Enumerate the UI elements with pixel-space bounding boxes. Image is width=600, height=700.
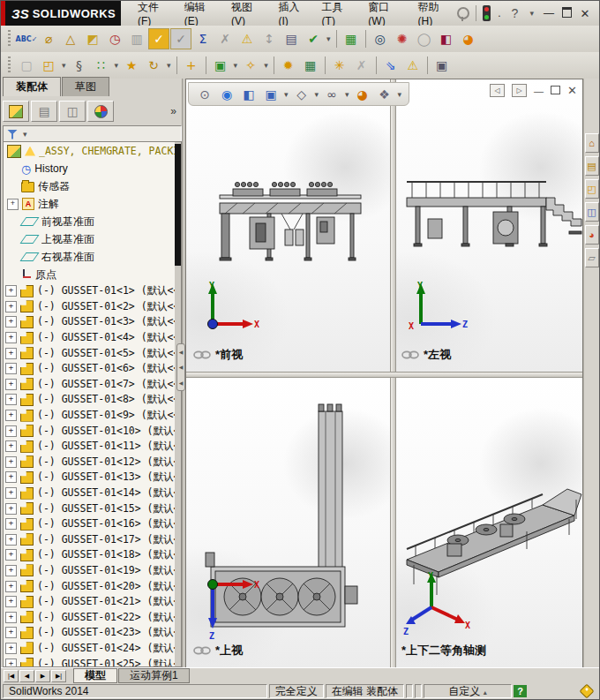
filter-dropdown-icon[interactable]: ▾	[23, 130, 27, 139]
costing-icon[interactable]: ◧	[436, 28, 457, 49]
measure-icon[interactable]: ⌀	[38, 28, 59, 49]
design-table-icon[interactable]: ▦	[341, 28, 362, 49]
tree-scrollbar-thumb[interactable]	[175, 144, 181, 266]
maximize-button[interactable]	[562, 7, 572, 20]
tree-component-row-25[interactable]: +(-) GUSSET-01<25> (默认<<默	[4, 656, 181, 667]
expander-icon[interactable]: +	[5, 456, 17, 468]
sheet-nav-button-1[interactable]: ◀	[19, 670, 34, 682]
expander-icon[interactable]: +	[5, 363, 17, 374]
tree-component-row-17[interactable]: +(-) GUSSET-01<17> (默认<<默	[4, 532, 181, 548]
dropdown-arrow-icon[interactable]: ▾	[115, 61, 119, 70]
expander-icon[interactable]: +	[5, 410, 17, 421]
solidworks-resources-icon[interactable]: ⌂	[585, 133, 599, 153]
smart-components-icon[interactable]: ✳	[329, 55, 350, 76]
viewport-isometric[interactable]: Y X Z *上下二等角轴测	[394, 376, 582, 667]
mate-icon[interactable]: §	[69, 55, 90, 76]
configuration-manager-tab[interactable]: ◫	[59, 101, 86, 122]
expander-icon[interactable]: +	[5, 549, 17, 561]
doc-restore-button[interactable]	[551, 85, 560, 97]
section-properties-icon[interactable]: ◩	[82, 28, 103, 49]
pin-icon[interactable]	[457, 7, 469, 19]
toolbar-grip[interactable]	[8, 56, 11, 74]
expander-icon[interactable]: +	[5, 379, 17, 390]
assembly-features-icon[interactable]: ▣	[210, 55, 231, 76]
dropdown-arrow-icon[interactable]: ▾	[167, 61, 171, 70]
dropdown-arrow-icon[interactable]: ▾	[315, 90, 319, 99]
file-explorer-icon[interactable]: ◰	[585, 179, 599, 199]
display-style-icon[interactable]: ◇	[291, 84, 312, 105]
sheet-nav-button-2[interactable]: ▶	[35, 670, 50, 682]
check-active-document-icon[interactable]: ✔	[303, 28, 324, 49]
tree-item-origin[interactable]: 原点	[4, 266, 181, 283]
dropdown-arrow-icon[interactable]: ▾	[62, 61, 66, 70]
tree-component-row-11[interactable]: +(-) GUSSET-01<11> (默认<<默	[4, 439, 181, 455]
sheet-nav-button-3[interactable]: ▶|	[51, 670, 66, 682]
dropdown-arrow-icon[interactable]: ▾	[398, 90, 402, 99]
design-library-icon[interactable]: ▤	[585, 156, 599, 176]
check-circle-icon[interactable]: ◯	[414, 28, 435, 49]
sheet-nav-button-0[interactable]: |◀	[4, 670, 19, 682]
expander-icon[interactable]: +	[5, 518, 17, 530]
zoom-to-area-icon[interactable]: ◉	[216, 84, 237, 105]
dropdown-arrow-icon[interactable]: ▾	[345, 90, 349, 99]
expander-icon[interactable]: +	[5, 596, 17, 607]
tree-component-row-14[interactable]: +(-) GUSSET-01<14> (默认<<默	[4, 485, 181, 501]
verify-check-icon[interactable]: ✓	[170, 28, 191, 49]
tag-icon[interactable]	[580, 684, 595, 699]
smart-fasteners-icon[interactable]: ★	[121, 55, 142, 76]
find-references-icon[interactable]: ◎	[370, 28, 391, 49]
tree-component-row-23[interactable]: +(-) GUSSET-01<23> (默认<<默	[4, 625, 181, 641]
expander-icon[interactable]: +	[7, 199, 19, 210]
tree-component-row-16[interactable]: +(-) GUSSET-01<16> (默认<<默	[4, 516, 181, 532]
instant3d-icon[interactable]: ▣	[431, 55, 453, 76]
expander-icon[interactable]: +	[5, 332, 17, 343]
statistics-icon[interactable]: ▥	[126, 28, 147, 49]
dropdown-arrow-icon[interactable]: ▾	[234, 61, 238, 70]
tree-component-row-9[interactable]: +(-) GUSSET-01<9> (默认<<默	[4, 408, 181, 424]
expander-icon[interactable]: +	[5, 487, 17, 499]
expander-icon[interactable]: +	[5, 503, 17, 515]
sustainability-icon[interactable]: ◕	[458, 28, 479, 49]
mass-properties-icon[interactable]: △	[60, 28, 81, 49]
feature-manager-tab[interactable]	[3, 101, 29, 122]
spell-check-icon[interactable]: ABC✓	[16, 28, 37, 49]
equations-icon[interactable]: Σ	[192, 28, 214, 49]
expander-icon[interactable]: +	[5, 581, 17, 592]
doc-tab-inactive[interactable]: 草图	[62, 77, 109, 96]
compare-documents-icon[interactable]: ▤	[281, 28, 302, 49]
deviation-analysis-icon[interactable]: ✗	[214, 28, 236, 49]
tree-root-item[interactable]: _ASSY, CHEMGRATE, PACKING M	[4, 142, 181, 160]
move-component-icon[interactable]: +	[181, 55, 202, 76]
belt-chain-icon[interactable]: ✹	[278, 55, 299, 76]
tree-component-row-1[interactable]: +(-) GUSSET-01<1> (默认<<默	[4, 283, 181, 299]
dropdown-arrow-icon[interactable]: ▾	[326, 34, 331, 43]
appearances-scenes-icon[interactable]: ◕	[585, 225, 599, 245]
viewport-top-view[interactable]: X Z *上视	[186, 376, 390, 667]
view-orientation-icon[interactable]: ▣	[260, 84, 281, 105]
tree-item-history[interactable]: ◷History	[4, 160, 181, 177]
tree-component-row-24[interactable]: +(-) GUSSET-01<24> (默认<<默	[4, 641, 181, 657]
tree-component-row-7[interactable]: +(-) GUSSET-01<7> (默认<<默	[4, 377, 181, 393]
display-manager-tab[interactable]	[87, 101, 114, 122]
compare-icon[interactable]: ↕	[259, 28, 280, 49]
expander-icon[interactable]: +	[5, 627, 17, 638]
filter-funnel-icon[interactable]	[7, 130, 18, 139]
tree-component-row-15[interactable]: +(-) GUSSET-01<15> (默认<<默	[4, 501, 181, 516]
property-manager-tab[interactable]: ▤	[31, 101, 57, 122]
panel-collapse-handle[interactable]: ◀◀◀	[176, 343, 185, 391]
doc-close-button[interactable]: ✕	[567, 84, 577, 97]
expander-icon[interactable]: +	[5, 565, 17, 576]
expander-icon[interactable]: +	[5, 394, 17, 405]
minimize-button[interactable]: —	[542, 7, 556, 19]
close-button[interactable]: ✕	[578, 7, 592, 20]
doc-minimize-button[interactable]: —	[534, 86, 544, 96]
section-view-icon[interactable]: ◧	[238, 84, 259, 105]
tab-model[interactable]: 模型	[73, 668, 117, 683]
viewport-left-view[interactable]: Y Z X *左视	[394, 79, 582, 372]
check-warning-icon[interactable]: ⚠	[236, 28, 258, 49]
expander-icon[interactable]: +	[5, 348, 17, 359]
tree-component-row-19[interactable]: +(-) GUSSET-01<19> (默认<<默	[4, 563, 181, 579]
apply-scene-icon[interactable]: ❖	[374, 84, 395, 105]
status-toolbar-mode[interactable]: 自定义 ▴	[424, 684, 512, 698]
expander-icon[interactable]: +	[5, 534, 17, 546]
